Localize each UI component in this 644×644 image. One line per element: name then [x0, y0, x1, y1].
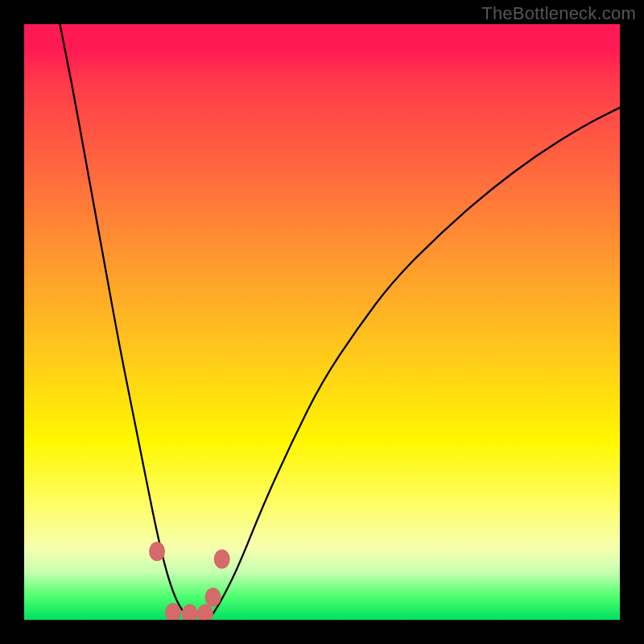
data-marker [197, 605, 213, 620]
data-marker [182, 605, 198, 620]
data-marker [149, 542, 165, 561]
left-branch-curve [60, 24, 191, 620]
curve-layer [24, 24, 620, 620]
plot-area [24, 24, 620, 620]
watermark-text: TheBottleneck.com [481, 3, 636, 24]
data-marker [205, 588, 221, 607]
chart-frame: TheBottleneck.com [0, 0, 644, 644]
data-marker [214, 550, 230, 569]
right-branch-curve [208, 108, 620, 620]
data-markers [149, 542, 230, 620]
